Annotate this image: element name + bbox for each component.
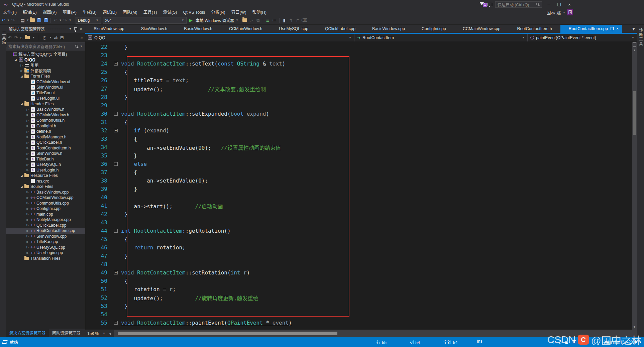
undo-icon[interactable]: ↶: [52, 18, 59, 23]
solution-explorer-search[interactable]: 搜索解决方案资源管理器(Ctrl+;) ▼: [6, 42, 85, 50]
tree-item[interactable]: res.qrc: [6, 179, 85, 184]
collapsed-arrow-icon[interactable]: ▷: [19, 64, 24, 67]
comment-list-icon[interactable]: ≔: [271, 18, 278, 23]
expanded-arrow-icon[interactable]: ◢: [19, 185, 24, 188]
fold-collapse-icon[interactable]: −: [114, 321, 120, 325]
copy-icon[interactable]: ⧉: [255, 18, 261, 23]
toolbox-vertical-tab[interactable]: 工具箱: [0, 29, 7, 47]
collapsed-arrow-icon[interactable]: ▷: [25, 240, 30, 243]
collapsed-arrow-icon[interactable]: ▷: [25, 202, 30, 205]
cursor-icon[interactable]: ▻: [248, 18, 255, 23]
collapsed-arrow-icon[interactable]: ▷: [19, 69, 24, 72]
menu-item[interactable]: 文件(F): [0, 9, 20, 16]
tree-item[interactable]: ▷引用: [6, 63, 85, 68]
collapsed-arrow-icon[interactable]: ▷: [25, 207, 30, 210]
panel-menu-chevron-icon[interactable]: ▼: [68, 27, 73, 30]
breadcrumb-type[interactable]: ➜ RootContactItem ▼: [354, 34, 528, 41]
file-tab[interactable]: RootContactItem.cpp×: [560, 25, 622, 33]
fold-box-icon[interactable]: −: [114, 321, 118, 325]
code-line[interactable]: 23: [85, 51, 632, 60]
fold-collapse-icon[interactable]: −: [114, 112, 120, 116]
menu-item[interactable]: 测试(S): [160, 9, 180, 16]
scrollbar-thumb[interactable]: [633, 91, 636, 135]
tree-item[interactable]: ▷hdefine.h: [6, 129, 85, 134]
tree-item[interactable]: ◢Header Files: [6, 101, 85, 107]
fold-box-icon[interactable]: −: [114, 271, 118, 274]
diagnostic-tools-vertical-tab[interactable]: 诊断工具: [637, 26, 644, 48]
menu-item[interactable]: 视图(V): [40, 9, 60, 16]
collapsed-arrow-icon[interactable]: ▷: [25, 246, 30, 249]
code-line[interactable]: 32− if (expand): [85, 126, 632, 135]
tree-item[interactable]: ▷hNotifyManager.h: [6, 134, 85, 140]
debugger-label[interactable]: 本地 Windows 调试器: [196, 17, 234, 23]
code-line[interactable]: 48: [85, 260, 632, 268]
tree-item[interactable]: ▷hUserLogin.h: [6, 167, 85, 173]
collapsed-arrow-icon[interactable]: ▷: [25, 229, 30, 232]
code-line[interactable]: 47 }: [85, 252, 632, 260]
notifications-flag-icon[interactable]: 1: [480, 2, 485, 7]
file-tab[interactable]: BasicWindow.cpp: [364, 25, 413, 33]
file-tab[interactable]: UseMySQL.cpp: [271, 25, 317, 33]
file-tab[interactable]: QClickLabel.cpp: [317, 25, 364, 33]
close-button[interactable]: ×: [566, 2, 573, 7]
pending-changes-filter-icon[interactable]: ◷: [43, 35, 46, 40]
scroll-left-icon[interactable]: ◀: [107, 332, 112, 335]
clear-bookmarks-icon[interactable]: ⌫: [301, 18, 308, 23]
code-line[interactable]: 52 update(); //旋转角度更新,触发重绘: [85, 294, 632, 302]
collapsed-arrow-icon[interactable]: ▷: [25, 157, 30, 160]
new-file-icon[interactable]: ▤: [19, 18, 26, 23]
collapsed-arrow-icon[interactable]: ▷: [25, 235, 30, 238]
tree-item[interactable]: ▷✛✛CommonUtils.cpp: [6, 201, 85, 206]
tree-item[interactable]: ◢Resource Files: [6, 173, 85, 179]
collapsed-arrow-icon[interactable]: ▷: [25, 130, 30, 133]
tree-item[interactable]: ▷✛✛UserLogin.cpp: [6, 250, 85, 256]
tree-item[interactable]: uiCCMainWindow.ui: [6, 79, 85, 85]
expanded-arrow-icon[interactable]: ◢: [19, 174, 24, 177]
menu-item[interactable]: 分析(N): [208, 9, 228, 16]
scroll-up-icon[interactable]: ▲: [633, 48, 636, 53]
menu-item[interactable]: Qt VS Tools: [180, 9, 208, 16]
code-line[interactable]: 35 }: [85, 151, 632, 160]
maximize-button[interactable]: ❏: [555, 2, 563, 7]
file-tab[interactable]: ConfigIni.cpp: [413, 25, 454, 33]
code-line[interactable]: 37 {: [85, 168, 632, 177]
scrollbar-thumb[interactable]: [118, 332, 337, 335]
code-line[interactable]: 50 {: [85, 277, 632, 285]
expanded-arrow-icon[interactable]: ◢: [19, 75, 24, 78]
explorer-bottom-tab[interactable]: 团队资源管理器: [49, 329, 84, 337]
code-line[interactable]: 34 an->setEndValue(90); //设置属性动画的结束值: [85, 143, 632, 151]
quick-launch-search[interactable]: 快速启动 (Ctrl+Q): [495, 1, 542, 8]
collapsed-arrow-icon[interactable]: ▷: [25, 163, 30, 166]
tree-item[interactable]: uiUserLogin.ui: [6, 96, 85, 101]
start-debug-icon[interactable]: ▶: [188, 18, 194, 23]
tree-item[interactable]: ◢✛QtQQ: [6, 57, 85, 63]
code-line[interactable]: 31 {: [85, 118, 632, 126]
tree-item[interactable]: 解决方案"QtQQ"(1 个项目): [6, 51, 85, 57]
code-line[interactable]: 29: [85, 101, 632, 110]
zoom-select[interactable]: 158 % ▼: [85, 331, 107, 336]
code-line[interactable]: 55−void RootContactItem::paintEvent(QPai…: [85, 319, 632, 327]
tree-item[interactable]: ▷hConfigIni.h: [6, 123, 85, 129]
save-all-icon[interactable]: [42, 18, 49, 23]
vertical-scrollbar[interactable]: ▲ ▼: [632, 42, 637, 330]
code-line[interactable]: 36− else: [85, 160, 632, 168]
collapsed-arrow-icon[interactable]: ▷: [25, 141, 30, 144]
overflow-chevron-icon[interactable]: »: [81, 35, 83, 40]
code-line[interactable]: 25 {: [85, 68, 632, 76]
collapsed-arrow-icon[interactable]: ▷: [25, 196, 30, 199]
code-line[interactable]: 42 }: [85, 210, 632, 218]
tree-item[interactable]: ▷✛✛UseMySQL.cpp: [6, 245, 85, 250]
user-account[interactable]: 国林 姚 ▼ 国: [546, 9, 573, 16]
tree-item[interactable]: ▷hUseMySQL.h: [6, 162, 85, 167]
tree-item[interactable]: ▷hCommonUtils.h: [6, 118, 85, 123]
collapsed-arrow-icon[interactable]: ▷: [25, 113, 30, 116]
collapsed-arrow-icon[interactable]: ▷: [25, 251, 30, 254]
tree-item[interactable]: ▷hSkinWindow.h: [6, 151, 85, 156]
home-icon[interactable]: ⌂: [20, 35, 23, 40]
menu-item[interactable]: 工具(T): [140, 9, 160, 16]
menu-item[interactable]: 编辑(E): [20, 9, 40, 16]
tree-item[interactable]: ▷✛✛CCMainWindow.cpp: [6, 195, 85, 201]
indent-list-icon[interactable]: ≣: [264, 18, 271, 23]
collapsed-arrow-icon[interactable]: ▷: [25, 146, 30, 149]
breadcrumb-member[interactable]: paintEvent(QPaintEvent * event) ▼: [528, 34, 637, 41]
